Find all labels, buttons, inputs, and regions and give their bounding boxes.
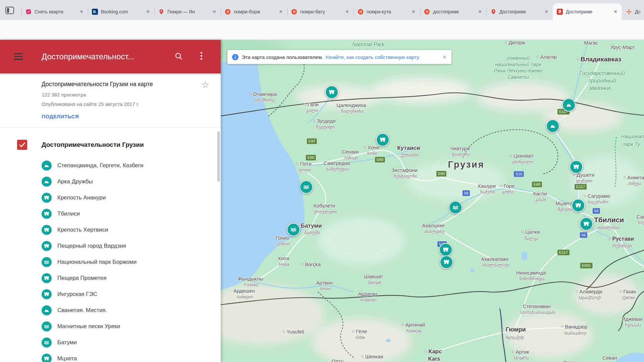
map-label-text: Сенаки: [342, 149, 359, 155]
share-button[interactable]: ПОДЕЛИТЬСЯ: [42, 114, 79, 119]
poi-item-9[interactable]: Ингурская ГЭС: [42, 289, 97, 300]
tab-7[interactable]: Ядостоприме×: [420, 3, 486, 20]
tab-3[interactable]: Гюмри — Ян×: [154, 3, 221, 20]
map-canvas[interactable]: National Parkეროვნული პარკიДигораМагасУр…: [221, 40, 644, 362]
layer-checkbox[interactable]: [17, 140, 27, 150]
map-label: Ալավերդի: [579, 295, 601, 300]
road-badge: E60: [532, 182, 542, 187]
poi-item-11[interactable]: Магнитные пески Уреки: [42, 321, 120, 332]
place-dot: [577, 58, 579, 60]
tab-close-icon[interactable]: ×: [343, 8, 351, 15]
waves-marker[interactable]: [287, 223, 300, 236]
castle-icon: [42, 289, 52, 299]
map-label-text: Алаверди: [579, 289, 602, 294]
tab-title: Достоприме: [566, 9, 610, 14]
map-label: Алагир: [537, 54, 557, 60]
map-label: Поти: [296, 161, 311, 167]
map-label-text: მცხეთა: [557, 207, 573, 212]
tab-close-icon[interactable]: ×: [612, 8, 619, 15]
window-icon[interactable]: [5, 7, 14, 14]
map-label: Şavşat: [368, 280, 381, 285]
tab-6[interactable]: Ягюмри-кута×: [354, 3, 420, 20]
place-dot: [608, 238, 610, 240]
map-label-text: Hopa: [279, 262, 289, 267]
map-label-text: სენაკი: [344, 155, 358, 160]
tab-10[interactable]: До: [622, 3, 644, 20]
tab-9[interactable]: Достоприме×: [553, 3, 622, 20]
poi-item-7[interactable]: Национальный парк Боржоми: [42, 257, 137, 267]
map-label-text: Алагир: [540, 54, 557, 60]
map-label-text: Артвин: [316, 280, 333, 286]
map-label: ახმეტა: [628, 181, 642, 186]
banner-link[interactable]: Узнайте, как создать собственную карту.: [325, 54, 420, 60]
poi-label: Пещерный город Вардзия: [57, 243, 126, 249]
poi-item-8[interactable]: Пещера Прометея: [42, 273, 107, 284]
place-dot: [620, 290, 622, 292]
tab-title: Booking.com: [101, 9, 143, 14]
mountain-marker[interactable]: [546, 119, 559, 133]
poi-item-6[interactable]: Пещерный город Вардзия: [42, 241, 126, 251]
tab-close-icon[interactable]: ×: [476, 8, 484, 15]
waves-marker[interactable]: [449, 201, 462, 214]
sidebar-scrollbar[interactable]: [217, 131, 220, 182]
poi-item-4[interactable]: Тбилиси: [42, 208, 80, 219]
map-label: Ниноцминда: [516, 270, 546, 276]
place-dot: [304, 103, 306, 105]
castle-marker[interactable]: [570, 160, 583, 174]
map-label-text: Qazax: [622, 295, 635, 300]
tab-title: Снять кварти: [35, 9, 76, 14]
map-label: Самтредиа: [324, 160, 350, 166]
tab-8[interactable]: Достоприме×: [486, 3, 553, 20]
map-label: Kars: [428, 356, 440, 362]
more-options-icon[interactable]: [201, 52, 203, 61]
tab-close-icon[interactable]: ×: [410, 8, 417, 15]
star-icon[interactable]: ☆: [201, 79, 209, 90]
map-label-text: ქუთაისი: [400, 152, 419, 158]
place-dot: [500, 185, 502, 187]
castle-marker[interactable]: [440, 255, 453, 269]
menu-icon[interactable]: [14, 53, 23, 60]
road-badge: E60: [436, 171, 446, 177]
banner-close-icon[interactable]: ✕: [438, 54, 447, 60]
castle-marker[interactable]: [572, 199, 585, 212]
map-label: ქუთაისი: [400, 152, 419, 158]
waves-marker[interactable]: [300, 180, 313, 194]
poi-item-13[interactable]: Мцхета: [42, 353, 77, 362]
map-label-text: Artvin: [319, 286, 330, 291]
road-badge: ს6: [580, 232, 587, 238]
map-label-text: Kars: [428, 356, 440, 362]
map-label: ბათუმი: [304, 230, 320, 235]
map-label-text: Севан: [602, 355, 617, 361]
tab-4[interactable]: Ягюмри-борж×: [221, 3, 287, 20]
tab-close-icon[interactable]: ×: [78, 8, 85, 15]
poi-item-5[interactable]: Крепость Хертвиси: [42, 225, 108, 235]
poi-item-2[interactable]: Арка Дружбы: [42, 176, 93, 187]
tab-5[interactable]: Ягюмри-бату×: [287, 3, 354, 20]
tab-1[interactable]: Снять кварти×: [21, 3, 88, 20]
poi-item-1[interactable]: Степанцминда, Гергети, Казбеги: [42, 160, 143, 171]
map-label: парк Ту: [623, 141, 640, 147]
tab-close-icon[interactable]: ×: [277, 8, 284, 15]
tab-close-icon[interactable]: ×: [211, 8, 218, 15]
castle-marker[interactable]: [376, 133, 389, 146]
castle-marker[interactable]: [439, 243, 452, 256]
map-label: Шавшат: [364, 274, 383, 279]
tab-2[interactable]: B.Booking.com×: [88, 3, 154, 20]
search-icon[interactable]: [174, 52, 183, 61]
map-label-text: Карс: [429, 348, 442, 355]
mountain-marker[interactable]: [562, 98, 576, 112]
poi-item-10[interactable]: Сванетия. Местия.: [42, 305, 107, 316]
tab-close-icon[interactable]: ×: [543, 8, 550, 15]
poi-item-3[interactable]: Крепость Ананури: [42, 192, 106, 203]
map-label-text: Цхинвал: [513, 153, 533, 159]
map-label-text: Грузия: [448, 160, 485, 170]
map-label-text: საგ: [638, 220, 644, 225]
map-label: დუშეთი: [576, 178, 592, 183]
layer-title[interactable]: Достопримечательности Грузии: [42, 141, 144, 148]
poi-item-12[interactable]: Батуми: [42, 337, 77, 348]
castle-marker[interactable]: [325, 85, 338, 99]
map-label: Севан: [602, 355, 617, 361]
castle-marker[interactable]: [580, 217, 593, 231]
tab-close-icon[interactable]: ×: [144, 8, 152, 15]
map-label-text: Иджеван: [622, 316, 643, 322]
